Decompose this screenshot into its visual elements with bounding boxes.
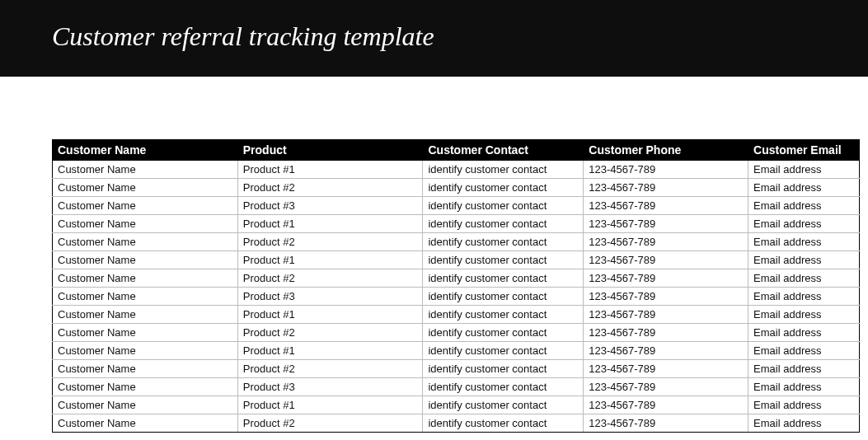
cell-product: Product #2 bbox=[237, 324, 423, 342]
column-header-contact: Customer Contact bbox=[423, 140, 584, 161]
table-row: Customer NameProduct #1identify customer… bbox=[53, 396, 860, 414]
cell-contact: identify customer contact bbox=[423, 414, 584, 433]
cell-contact: identify customer contact bbox=[423, 306, 584, 324]
table-row: Customer NameProduct #3identify customer… bbox=[53, 197, 860, 215]
cell-contact: identify customer contact bbox=[423, 360, 584, 378]
cell-name: Customer Name bbox=[53, 215, 238, 233]
cell-email: Email address bbox=[748, 251, 860, 269]
table-row: Customer NameProduct #2identify customer… bbox=[53, 269, 860, 288]
cell-contact: identify customer contact bbox=[423, 378, 584, 396]
cell-name: Customer Name bbox=[53, 288, 238, 306]
cell-product: Product #3 bbox=[237, 197, 423, 215]
table-row: Customer NameProduct #2identify customer… bbox=[53, 324, 860, 342]
cell-phone: 123-4567-789 bbox=[584, 197, 748, 215]
cell-email: Email address bbox=[748, 396, 860, 414]
cell-email: Email address bbox=[748, 324, 860, 342]
cell-contact: identify customer contact bbox=[423, 288, 584, 306]
cell-phone: 123-4567-789 bbox=[584, 396, 748, 414]
cell-name: Customer Name bbox=[53, 233, 238, 251]
cell-email: Email address bbox=[748, 414, 860, 433]
cell-phone: 123-4567-789 bbox=[584, 179, 748, 197]
column-header-email: Customer Email bbox=[748, 140, 860, 161]
table-row: Customer NameProduct #3identify customer… bbox=[53, 378, 860, 396]
cell-phone: 123-4567-789 bbox=[584, 215, 748, 233]
cell-email: Email address bbox=[748, 306, 860, 324]
cell-phone: 123-4567-789 bbox=[584, 251, 748, 269]
cell-phone: 123-4567-789 bbox=[584, 324, 748, 342]
content-area: Customer Name Product Customer Contact C… bbox=[0, 77, 868, 433]
table-row: Customer NameProduct #2identify customer… bbox=[53, 360, 860, 378]
cell-name: Customer Name bbox=[53, 251, 238, 269]
cell-name: Customer Name bbox=[53, 360, 238, 378]
cell-product: Product #2 bbox=[237, 269, 423, 288]
cell-contact: identify customer contact bbox=[423, 251, 584, 269]
cell-contact: identify customer contact bbox=[423, 233, 584, 251]
cell-email: Email address bbox=[748, 179, 860, 197]
cell-email: Email address bbox=[748, 269, 860, 288]
cell-product: Product #3 bbox=[237, 378, 423, 396]
cell-email: Email address bbox=[748, 233, 860, 251]
cell-contact: identify customer contact bbox=[423, 396, 584, 414]
cell-contact: identify customer contact bbox=[423, 269, 584, 288]
cell-phone: 123-4567-789 bbox=[584, 378, 748, 396]
cell-contact: identify customer contact bbox=[423, 215, 584, 233]
cell-product: Product #1 bbox=[237, 396, 423, 414]
table-row: Customer NameProduct #3identify customer… bbox=[53, 288, 860, 306]
cell-product: Product #3 bbox=[237, 288, 423, 306]
column-header-phone: Customer Phone bbox=[584, 140, 748, 161]
cell-phone: 123-4567-789 bbox=[584, 306, 748, 324]
cell-name: Customer Name bbox=[53, 161, 238, 179]
cell-name: Customer Name bbox=[53, 197, 238, 215]
cell-product: Product #2 bbox=[237, 360, 423, 378]
cell-product: Product #1 bbox=[237, 342, 423, 360]
cell-contact: identify customer contact bbox=[423, 197, 584, 215]
cell-email: Email address bbox=[748, 197, 860, 215]
cell-phone: 123-4567-789 bbox=[584, 342, 748, 360]
cell-contact: identify customer contact bbox=[423, 179, 584, 197]
cell-email: Email address bbox=[748, 360, 860, 378]
column-header-name: Customer Name bbox=[53, 140, 238, 161]
cell-name: Customer Name bbox=[53, 269, 238, 288]
table-row: Customer NameProduct #2identify customer… bbox=[53, 414, 860, 433]
table-row: Customer NameProduct #1identify customer… bbox=[53, 306, 860, 324]
table-row: Customer NameProduct #1identify customer… bbox=[53, 342, 860, 360]
cell-name: Customer Name bbox=[53, 396, 238, 414]
cell-name: Customer Name bbox=[53, 324, 238, 342]
cell-phone: 123-4567-789 bbox=[584, 414, 748, 433]
referral-table: Customer Name Product Customer Contact C… bbox=[52, 139, 860, 433]
table-row: Customer NameProduct #1identify customer… bbox=[53, 161, 860, 179]
cell-product: Product #1 bbox=[237, 161, 423, 179]
cell-email: Email address bbox=[748, 215, 860, 233]
cell-product: Product #1 bbox=[237, 251, 423, 269]
cell-phone: 123-4567-789 bbox=[584, 269, 748, 288]
table-row: Customer NameProduct #1identify customer… bbox=[53, 251, 860, 269]
cell-email: Email address bbox=[748, 288, 860, 306]
cell-phone: 123-4567-789 bbox=[584, 161, 748, 179]
cell-contact: identify customer contact bbox=[423, 324, 584, 342]
table-row: Customer NameProduct #2identify customer… bbox=[53, 179, 860, 197]
table-row: Customer NameProduct #1identify customer… bbox=[53, 215, 860, 233]
column-header-product: Product bbox=[237, 140, 423, 161]
cell-product: Product #1 bbox=[237, 215, 423, 233]
cell-email: Email address bbox=[748, 342, 860, 360]
cell-product: Product #2 bbox=[237, 233, 423, 251]
cell-email: Email address bbox=[748, 378, 860, 396]
page-header: Customer referral tracking template bbox=[0, 0, 868, 77]
cell-contact: identify customer contact bbox=[423, 161, 584, 179]
cell-name: Customer Name bbox=[53, 306, 238, 324]
cell-email: Email address bbox=[748, 161, 860, 179]
cell-phone: 123-4567-789 bbox=[584, 288, 748, 306]
page-title: Customer referral tracking template bbox=[52, 21, 868, 52]
cell-name: Customer Name bbox=[53, 342, 238, 360]
cell-name: Customer Name bbox=[53, 179, 238, 197]
table-header-row: Customer Name Product Customer Contact C… bbox=[53, 140, 860, 161]
cell-phone: 123-4567-789 bbox=[584, 233, 748, 251]
cell-phone: 123-4567-789 bbox=[584, 360, 748, 378]
table-row: Customer NameProduct #2identify customer… bbox=[53, 233, 860, 251]
cell-name: Customer Name bbox=[53, 414, 238, 433]
cell-contact: identify customer contact bbox=[423, 342, 584, 360]
cell-product: Product #2 bbox=[237, 414, 423, 433]
cell-product: Product #2 bbox=[237, 179, 423, 197]
cell-product: Product #1 bbox=[237, 306, 423, 324]
cell-name: Customer Name bbox=[53, 378, 238, 396]
